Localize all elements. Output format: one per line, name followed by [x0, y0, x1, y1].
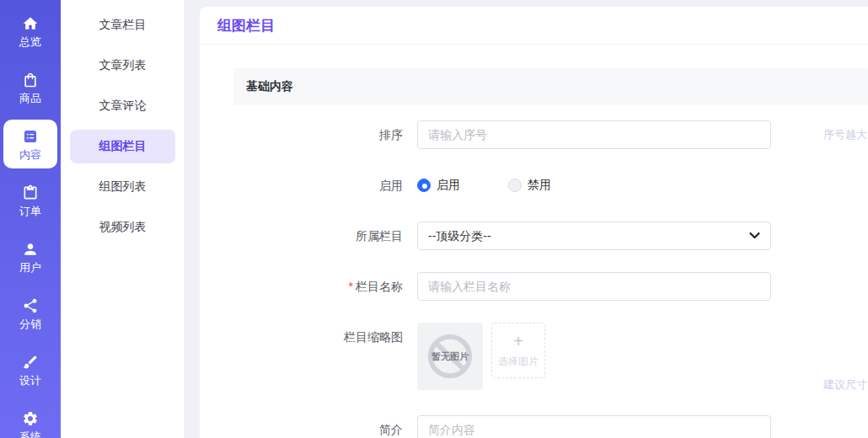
- content-card: 组图栏目 基础内容 排序 序号越大 启用 启用: [200, 7, 868, 438]
- sidebar-item-label: 商品: [19, 92, 41, 104]
- submenu-item-article-categories[interactable]: 文章栏目: [70, 8, 175, 42]
- radio-enable-on[interactable]: 启用: [417, 178, 460, 193]
- sidebar-item-label: 用户: [19, 261, 41, 274]
- sidebar-item-label: 订单: [19, 205, 41, 217]
- form-row-sort: 排序 序号越大: [233, 120, 868, 149]
- radio-dot-icon: [417, 179, 431, 192]
- sidebar-item-design[interactable]: 设计: [3, 345, 57, 394]
- plus-icon: +: [513, 333, 523, 350]
- select-image-button[interactable]: + 选择图片: [491, 323, 545, 378]
- sidebar-item-products[interactable]: 商品: [3, 63, 57, 112]
- sidebar-item-label: 分销: [19, 318, 41, 330]
- select-image-label: 选择图片: [498, 355, 538, 369]
- section-title: 基础内容: [246, 79, 293, 94]
- shop-icon: [22, 72, 39, 88]
- brush-icon: [22, 354, 39, 371]
- order-icon: [22, 184, 39, 201]
- primary-sidebar: 总览 商品 内容 订单 用户 分销 设计 系统: [0, 0, 61, 438]
- form-row-name: *栏目名称: [233, 272, 868, 301]
- radio-enable-on-label: 启用: [437, 178, 460, 193]
- sort-label: 排序: [233, 120, 403, 149]
- page-title: 组图栏目: [217, 16, 275, 35]
- sidebar-item-system[interactable]: 系统: [3, 402, 57, 438]
- submenu-item-gallery-categories[interactable]: 组图栏目: [70, 130, 175, 163]
- thumbnail-preview: 暂无图片: [417, 323, 483, 390]
- content-icon: [22, 128, 39, 145]
- parent-category-select-wrap: --顶级分类--: [417, 222, 771, 250]
- user-icon: [22, 241, 39, 258]
- submenu-item-gallery-list[interactable]: 组图列表: [70, 170, 175, 204]
- category-form: 排序 序号越大 启用 启用 禁用: [200, 105, 868, 438]
- home-icon: [22, 15, 39, 32]
- share-icon: [22, 297, 39, 314]
- radio-enable-off[interactable]: 禁用: [508, 178, 551, 193]
- intro-label: 简介: [233, 415, 403, 438]
- form-row-thumbnail: 栏目缩略图 暂无图片 + 选择图片 建议尺寸: [233, 323, 868, 390]
- submenu-item-video-list[interactable]: 视频列表: [70, 211, 175, 244]
- main-area: 组图栏目 基础内容 排序 序号越大 启用 启用: [185, 0, 868, 438]
- sidebar-item-distribution[interactable]: 分销: [3, 289, 57, 338]
- sidebar-item-label: 总览: [19, 35, 41, 48]
- sidebar-item-content[interactable]: 内容: [3, 120, 57, 168]
- radio-enable-off-label: 禁用: [528, 178, 551, 193]
- page-header: 组图栏目: [200, 7, 868, 45]
- no-image-text: 暂无图片: [431, 350, 469, 363]
- sidebar-item-label: 设计: [19, 374, 41, 387]
- sidebar-item-users[interactable]: 用户: [3, 232, 57, 281]
- thumbnail-label: 栏目缩略图: [233, 323, 403, 351]
- submenu-item-article-comments[interactable]: 文章评论: [70, 89, 175, 123]
- form-row-intro: 简介: [233, 415, 868, 438]
- required-asterisk: *: [349, 280, 353, 293]
- sidebar-item-overview[interactable]: 总览: [3, 7, 57, 56]
- form-row-parent-category: 所属栏目 --顶级分类--: [233, 222, 868, 250]
- thumbnail-helper-text: 建议尺寸: [823, 377, 867, 393]
- sort-input[interactable]: [417, 120, 771, 149]
- parent-category-label: 所属栏目: [233, 222, 403, 250]
- sidebar-item-label: 内容: [19, 148, 41, 161]
- submenu-item-article-list[interactable]: 文章列表: [70, 49, 175, 83]
- form-row-enable: 启用 启用 禁用: [233, 171, 868, 200]
- category-name-input[interactable]: [417, 272, 771, 301]
- section-bar: 基础内容: [233, 68, 868, 105]
- sidebar-item-orders[interactable]: 订单: [3, 176, 57, 225]
- intro-textarea[interactable]: [417, 415, 771, 438]
- name-label: *栏目名称: [233, 272, 403, 301]
- enable-label: 启用: [233, 171, 403, 200]
- enable-radio-group: 启用 禁用: [417, 171, 771, 200]
- radio-dot-icon: [508, 179, 522, 192]
- sort-helper-text: 序号越大: [823, 127, 867, 142]
- parent-category-select[interactable]: --顶级分类--: [417, 222, 771, 250]
- secondary-sidebar: 文章栏目 文章列表 文章评论 组图栏目 组图列表 视频列表: [61, 0, 185, 438]
- gear-icon: [22, 410, 39, 427]
- sidebar-item-label: 系统: [19, 430, 41, 438]
